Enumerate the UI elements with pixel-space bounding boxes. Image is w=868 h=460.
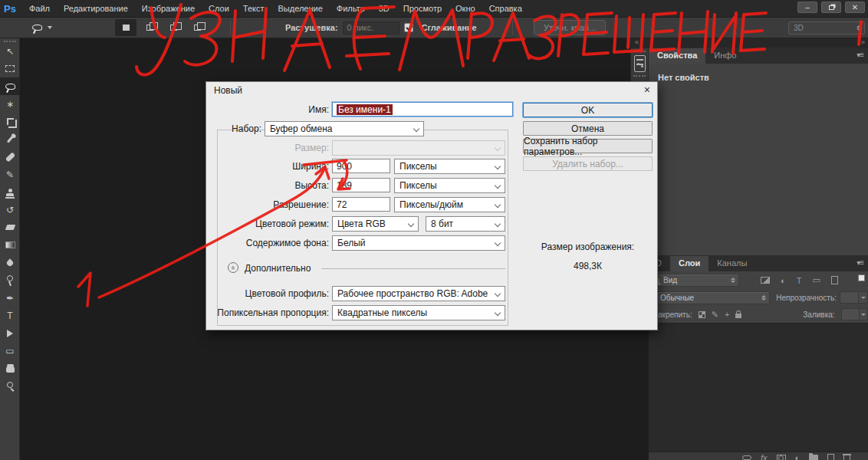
resolution-input[interactable]: 72	[332, 197, 390, 212]
minimize-button[interactable]: –	[797, 2, 817, 13]
filter-pixel-layers-icon[interactable]	[761, 277, 770, 284]
path-select-tool-icon	[7, 330, 13, 337]
selection-mode-new-button[interactable]	[115, 19, 136, 36]
history-brush-tool[interactable]: ↺	[0, 201, 20, 219]
opacity-arrow-icon[interactable]	[859, 291, 868, 304]
color-mode-value: Цвета RGB	[337, 219, 386, 229]
properties-panel-icon[interactable]	[634, 55, 646, 72]
close-button[interactable]: ✕	[845, 2, 865, 13]
save-preset-button[interactable]: Сохранить набор параметров...	[523, 139, 653, 153]
move-tool[interactable]: ↖	[0, 42, 20, 60]
width-input[interactable]: 900	[332, 159, 390, 173]
name-input[interactable]: Без имени-1	[332, 102, 513, 117]
selection-mode-intersect-button[interactable]	[186, 19, 208, 36]
magic-wand-tool[interactable]: ∗	[0, 95, 20, 113]
dialog-close-icon[interactable]: ×	[644, 84, 650, 96]
height-unit-dropdown[interactable]: Пикселы	[394, 178, 505, 193]
layer-filter-dropdown[interactable]: Вид	[650, 274, 739, 287]
restore-button[interactable]	[821, 2, 841, 13]
shape-tool[interactable]: ▭	[0, 342, 20, 360]
layers-list[interactable]	[649, 323, 868, 452]
tab-channels[interactable]: Каналы	[709, 256, 755, 271]
lock-transparency-icon[interactable]	[699, 311, 705, 318]
advanced-collapse-icon[interactable]: «	[228, 262, 238, 273]
eraser-tool[interactable]	[0, 219, 20, 236]
menu-слои[interactable]: Слои	[202, 4, 236, 13]
menu-фильтр[interactable]: Фильтр	[330, 4, 372, 13]
height-input[interactable]: 189	[332, 178, 390, 192]
ok-button[interactable]: OK	[523, 103, 653, 117]
cancel-button[interactable]: Отмена	[523, 121, 653, 136]
layer-style-icon[interactable]: fx	[761, 453, 768, 460]
resolution-unit-dropdown[interactable]: Пикселы/дюйм	[394, 197, 505, 212]
grip-handle[interactable]	[633, 75, 646, 77]
filter-shape-layers-icon[interactable]: ▭	[812, 275, 820, 285]
width-unit-dropdown[interactable]: Пикселы	[394, 159, 505, 174]
expand-panels-icon[interactable]: »	[861, 38, 865, 46]
adjustment-layer-icon[interactable]: ◐	[795, 453, 801, 460]
preset-dropdown[interactable]: Буфер обмена	[265, 121, 424, 136]
tab-properties[interactable]: Свойства	[649, 48, 705, 64]
layer-mask-icon[interactable]	[777, 455, 786, 460]
menu-выделение[interactable]: Выделение	[271, 4, 330, 13]
tab-info[interactable]: Инфо	[705, 48, 745, 64]
background-dropdown[interactable]: Белый	[332, 235, 505, 251]
feather-input[interactable]: 0 пикс.	[343, 21, 399, 34]
panel-menu-icon[interactable]: ▾≡	[856, 51, 863, 59]
lock-all-icon[interactable]	[735, 310, 741, 318]
menu-редактирование[interactable]: Редактирование	[57, 4, 135, 13]
link-layers-icon[interactable]	[742, 455, 751, 460]
blur-tool[interactable]	[0, 254, 20, 271]
color-profile-dropdown[interactable]: Рабочее пространство RGB: Adobe RGB (...	[332, 286, 505, 301]
menu-изображение[interactable]: Изображение	[135, 4, 202, 13]
blend-mode-dropdown[interactable]: Обычные	[650, 291, 770, 304]
menu-просмотр[interactable]: Просмотр	[396, 4, 449, 13]
lock-position-icon[interactable]: +	[725, 310, 729, 319]
dodge-tool[interactable]	[0, 271, 20, 289]
menu-справка[interactable]: Справка	[482, 4, 529, 13]
menu-окно[interactable]: Окно	[449, 4, 482, 13]
type-tool[interactable]: T	[0, 307, 20, 324]
fill-input[interactable]	[841, 308, 860, 320]
antialias-checkbox[interactable]	[404, 23, 413, 32]
filter-adjustment-layers-icon[interactable]: ◐	[781, 276, 786, 285]
filter-type-layers-icon[interactable]: T	[797, 276, 802, 285]
tab-layers[interactable]: Слои	[670, 256, 709, 271]
menu-файл[interactable]: Файл	[22, 4, 57, 13]
filter-toggle-icon[interactable]	[858, 274, 865, 281]
opacity-input[interactable]	[840, 291, 859, 304]
delete-layer-icon[interactable]	[843, 453, 850, 460]
bit-depth-dropdown[interactable]: 8 бит	[426, 216, 505, 232]
selection-mode-subtract-button[interactable]	[163, 19, 184, 36]
delete-preset-button[interactable]: Удалить набор...	[523, 156, 653, 171]
filter-smart-objects-icon[interactable]	[831, 276, 838, 284]
clone-stamp-tool[interactable]	[0, 183, 20, 201]
lock-pixels-icon[interactable]: ✎	[712, 310, 718, 320]
crop-tool[interactable]	[0, 113, 20, 130]
tool-preset-arrow-icon[interactable]	[48, 26, 52, 29]
gradient-tool[interactable]	[0, 236, 20, 254]
zoom-tool[interactable]	[0, 377, 20, 395]
pixel-aspect-dropdown[interactable]: Квадратные пикселы	[332, 305, 505, 320]
workspace-dropdown[interactable]: 3D	[788, 21, 865, 34]
grip-handle[interactable]	[633, 51, 646, 52]
selection-mode-add-button[interactable]	[139, 19, 160, 36]
hand-tool[interactable]	[0, 360, 20, 377]
new-layer-icon[interactable]	[827, 454, 834, 460]
menu-текст[interactable]: Текст	[236, 4, 271, 13]
collapse-panels-icon[interactable]: «	[635, 38, 639, 46]
eyedropper-tool[interactable]	[0, 130, 20, 148]
fill-arrow-icon[interactable]	[860, 308, 868, 320]
menu-3d[interactable]: 3D	[372, 4, 396, 13]
panel-menu-icon[interactable]: ▾≡	[856, 258, 863, 267]
brush-tool[interactable]: ✎	[0, 166, 20, 183]
color-mode-dropdown[interactable]: Цвета RGB	[332, 216, 419, 232]
lasso-icon[interactable]	[32, 25, 42, 31]
pen-tool[interactable]: ✒	[0, 289, 20, 307]
new-group-icon[interactable]	[809, 455, 818, 460]
healing-brush-tool[interactable]	[0, 148, 20, 166]
path-select-tool[interactable]	[0, 324, 20, 342]
lasso-tool[interactable]	[0, 77, 20, 95]
refine-edge-button[interactable]: Уточн. край...	[534, 20, 606, 35]
marquee-tool[interactable]	[0, 60, 20, 77]
